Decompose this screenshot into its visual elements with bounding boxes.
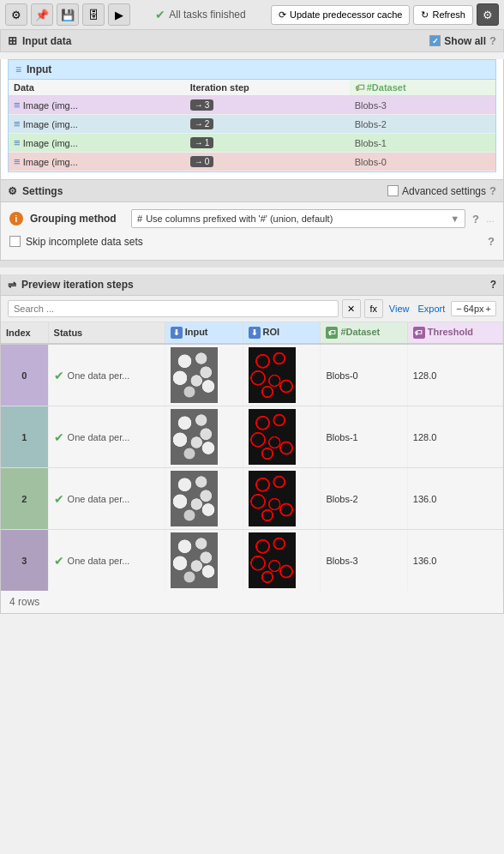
dataset-tag-icon: 🏷 (355, 82, 364, 93)
view-btn[interactable]: View (387, 302, 412, 316)
show-all-label: Show all (444, 35, 486, 47)
table-row: 0 ✔ One data per... (1, 344, 503, 406)
threshold-val-3: 136.0 (407, 530, 502, 592)
dataset-val-0: Blobs-0 (321, 344, 407, 406)
status-cell-3: ✔ One data per... (48, 530, 165, 592)
separator (0, 261, 504, 268)
input-data-table: Data Iteration step 🏷 #Dataset ≡ Image (… (9, 80, 495, 171)
input-img-cell-2 (165, 468, 243, 530)
layers-icon: ≡ (14, 155, 21, 168)
input-image-3 (171, 532, 218, 588)
blobs-img (171, 409, 218, 465)
roi-img (249, 347, 296, 403)
input-data-grid-icon: ⊞ (8, 34, 17, 47)
input-img-cell-3 (165, 530, 243, 592)
input-image-0 (171, 347, 218, 403)
step-badge: → 2 (190, 118, 214, 129)
blobs-img (171, 471, 218, 526)
status-indicator: ✔ All tasks finished (155, 8, 245, 21)
fx-icon: fx (370, 304, 378, 314)
step-cell: → 1 (185, 134, 350, 153)
table-row: 1 ✔ One data per... (1, 406, 503, 468)
settings-gear-btn[interactable]: ⚙ (477, 3, 499, 26)
advanced-settings-label: Advanced settings (402, 185, 486, 197)
threshold-val-1: 128.0 (407, 406, 502, 468)
refresh-btn[interactable]: ↻ Refresh (413, 5, 473, 25)
grouping-method-label: Grouping method (30, 213, 124, 225)
roi-image-2 (249, 471, 296, 526)
dataset-val-2: Blobs-2 (321, 468, 407, 530)
dataset-val-3: Blobs-3 (321, 530, 407, 592)
gear-icon-btn[interactable]: ⚙ (5, 3, 27, 26)
input-help-icon[interactable]: ? (489, 34, 496, 47)
refresh-icon: ↻ (421, 9, 429, 21)
status-check-icon: ✔ (54, 554, 64, 568)
status-check-icon: ✔ (155, 8, 165, 21)
status-cell-0: ✔ One data per... (48, 344, 165, 406)
input-data-section-header: ⊞ Input data ✓ Show all ? (0, 30, 504, 52)
layers-icon: ≡ (14, 99, 21, 111)
roi-image-3 (249, 532, 296, 588)
input-block-label: Input (27, 63, 51, 75)
roi-img (249, 471, 296, 526)
skip-help-icon[interactable]: ? (488, 235, 495, 248)
roi-img (249, 532, 296, 588)
index-cell-0: 0 (1, 344, 48, 406)
search-clear-btn[interactable]: ✕ (342, 299, 361, 318)
update-icon: ⟳ (279, 9, 286, 21)
blobs-img (171, 532, 218, 588)
col-data: Data (9, 80, 185, 96)
image-name-cell: ≡ Image (img... (9, 96, 185, 115)
skip-incomplete-checkbox[interactable] (9, 236, 21, 247)
col-input: ⬇Input (165, 322, 243, 344)
grouping-extra-icon: … (486, 214, 495, 224)
preview-iteration-icon: ⇌ (8, 279, 16, 291)
settings-help-icon[interactable]: ? (489, 184, 496, 197)
save-icon-btn[interactable]: 💾 (57, 3, 79, 26)
plus-icon[interactable]: + (486, 304, 491, 314)
show-all-container: ✓ Show all ? (429, 34, 496, 47)
grouping-value: Use columns prefixed with '#' (union, de… (146, 214, 450, 224)
preview-panel: ⇌ Preview iteration steps ? ✕ fx View Ex… (0, 274, 504, 614)
advanced-settings-checkbox[interactable] (387, 185, 399, 196)
export-btn[interactable]: Export (415, 302, 447, 316)
dataset-cell: Blobs-1 (350, 134, 495, 153)
layers-icon: ≡ (14, 117, 21, 130)
preview-toolbar: ✕ fx View Export − 64px + (1, 296, 503, 322)
col-status: Status (48, 322, 165, 344)
fx-btn[interactable]: fx (364, 299, 383, 318)
status-cell-2: ✔ One data per... (48, 468, 165, 530)
settings-title: Settings (22, 185, 63, 197)
top-toolbar: ⚙ 📌 💾 🗄 ▶ ✔ All tasks finished ⟳ Update … (0, 0, 504, 30)
grouping-method-select[interactable]: # Use columns prefixed with '#' (union, … (131, 209, 465, 228)
col-index: Index (1, 322, 48, 344)
search-input[interactable] (8, 300, 339, 317)
data-table-wrapper: Index Status ⬇Input ⬇ROI 🏷#Dataset 🏷Thre… (1, 322, 503, 591)
input-data-panel: ≡ Input Data Iteration step 🏷 #Dataset ≡ (0, 59, 504, 180)
step-badge: → 0 (190, 156, 214, 167)
step-cell: → 0 (185, 153, 350, 171)
dataset-cell: Blobs-3 (350, 96, 495, 115)
roi-img-cell-2 (243, 468, 321, 530)
blobs-img (171, 347, 218, 403)
col-dataset: 🏷 #Dataset (350, 80, 495, 96)
px-selector[interactable]: − 64px + (451, 301, 496, 316)
roi-image-0 (249, 347, 296, 403)
status-check-icon: ✔ (54, 430, 64, 444)
db-icon-btn[interactable]: 🗄 (82, 3, 105, 26)
step-cell: → 2 (185, 115, 350, 134)
show-all-checkbox[interactable]: ✓ (429, 35, 441, 46)
minus-icon[interactable]: − (456, 304, 461, 314)
dataset-val-1: Blobs-1 (321, 406, 407, 468)
input-image-1 (171, 409, 218, 465)
settings-header: ⚙ Settings Advanced settings ? (1, 180, 503, 202)
update-predecessor-btn[interactable]: ⟳ Update predecessor cache (271, 5, 410, 25)
pin-icon-btn[interactable]: 📌 (31, 3, 53, 26)
grouping-help-icon[interactable]: ? (472, 213, 479, 226)
play-icon-btn[interactable]: ▶ (108, 3, 130, 26)
input-table-container: ≡ Input Data Iteration step 🏷 #Dataset ≡ (8, 59, 496, 172)
dataset-cell: Blobs-2 (350, 115, 495, 134)
preview-help-icon[interactable]: ? (490, 279, 496, 291)
table-row: 3 ✔ One data per... (1, 530, 503, 592)
table-row: ≡ Image (img... → 0 Blobs-0 (9, 153, 495, 171)
